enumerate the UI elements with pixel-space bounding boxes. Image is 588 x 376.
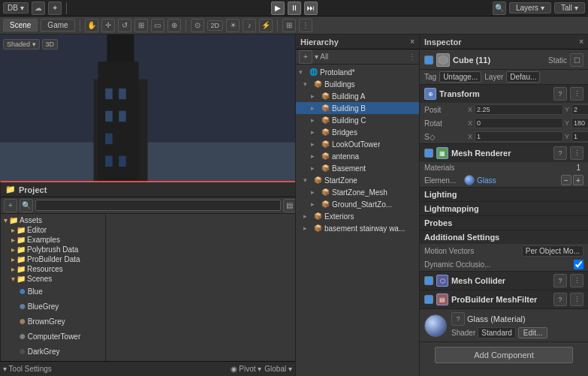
proj-probuilder[interactable]: ▸ 📁 ProBuilder Data bbox=[1, 254, 105, 264]
hand-tool[interactable]: ✋ bbox=[85, 19, 98, 32]
mat-minus-btn[interactable]: − bbox=[561, 175, 571, 185]
proj-computertower[interactable]: ● ComputerTower bbox=[1, 329, 105, 344]
hier-bridges[interactable]: ▸ 📦 Bridges bbox=[296, 126, 419, 138]
tag-value[interactable]: Untagge... bbox=[439, 71, 481, 83]
mat-edit-btn[interactable]: Edit... bbox=[518, 327, 548, 338]
lighting-header[interactable]: Lighting bbox=[420, 188, 588, 201]
pb-meshfilter-checkbox[interactable] bbox=[424, 295, 433, 304]
hier-startzone-mesh[interactable]: ▸ 📦 StartZone_Mesh bbox=[296, 186, 419, 198]
search-icon[interactable]: 🔍 bbox=[493, 2, 506, 15]
hier-protoland[interactable]: ▾ 🌐 Protoland* bbox=[296, 66, 419, 78]
pivot-dropdown[interactable]: ◉ Pivot ▾ bbox=[231, 365, 262, 373]
mesh-collider-checkbox[interactable] bbox=[424, 276, 433, 285]
hier-ground-start[interactable]: ▸ 📦 Ground_StartZo... bbox=[296, 198, 419, 210]
scale-x-input[interactable] bbox=[475, 131, 563, 142]
hier-all-dropdown[interactable]: ▾ All bbox=[315, 53, 328, 61]
view-mode[interactable]: 3D bbox=[42, 39, 59, 50]
play-button[interactable]: ▶ bbox=[271, 2, 285, 15]
shader-dropdown[interactable]: Standard bbox=[478, 327, 516, 338]
mesh-renderer-checkbox[interactable] bbox=[424, 149, 433, 158]
db-dropdown[interactable]: DB ▾ bbox=[3, 2, 29, 14]
cloud-icon[interactable]: ☁ bbox=[32, 2, 45, 15]
pos-x-input[interactable] bbox=[475, 104, 563, 115]
rot-x-input[interactable] bbox=[475, 118, 563, 128]
transform-info[interactable]: ? bbox=[553, 87, 567, 101]
hier-buildingA[interactable]: ▸ 📦 Building A bbox=[296, 90, 419, 102]
obj-active-checkbox[interactable] bbox=[424, 56, 433, 65]
rect-tool[interactable]: ▭ bbox=[151, 19, 164, 32]
mesh-collider-info[interactable]: ? bbox=[553, 274, 567, 287]
hier-lookout[interactable]: ▸ 📦 LookOutTower bbox=[296, 138, 419, 150]
transform-tool[interactable]: ⊕ bbox=[167, 19, 181, 32]
pb-meshfilter-info[interactable]: ? bbox=[553, 293, 567, 306]
mat-info-btn[interactable]: ? bbox=[451, 312, 465, 326]
scale-y-input[interactable] bbox=[571, 131, 588, 142]
rot-y-input[interactable] bbox=[571, 118, 588, 128]
more-icon[interactable]: ⋮ bbox=[299, 19, 312, 32]
hier-startzone[interactable]: ▾ 📦 StartZone bbox=[296, 174, 419, 186]
light-icon[interactable]: ☀ bbox=[226, 19, 240, 32]
hier-buildingC[interactable]: ▸ 📦 Building C bbox=[296, 114, 419, 126]
proj-browngrey[interactable]: ● BrownGrey bbox=[1, 314, 105, 329]
layers-dropdown[interactable]: Layers ▾ bbox=[509, 2, 551, 14]
probes-header[interactable]: Probes bbox=[420, 216, 588, 230]
tall-dropdown[interactable]: Tall ▾ bbox=[554, 2, 585, 14]
transform-menu[interactable]: ⋮ bbox=[570, 87, 583, 101]
static-checkbox[interactable]: ☐ bbox=[570, 53, 583, 67]
layer-value[interactable]: Defau... bbox=[506, 71, 540, 83]
hier-add-btn[interactable]: + bbox=[299, 50, 312, 64]
move-tool[interactable]: ✛ bbox=[101, 19, 115, 32]
mat-glass-name[interactable]: Glass bbox=[477, 176, 559, 185]
scale-tool[interactable]: ⊞ bbox=[134, 19, 148, 32]
hier-basement[interactable]: ▸ 📦 Basement bbox=[296, 162, 419, 174]
proj-darkgrey[interactable]: ● DarkGrey bbox=[1, 344, 105, 359]
proj-search-icon[interactable]: 🔍 bbox=[20, 199, 33, 212]
shading-mode[interactable]: Shaded ▾ bbox=[3, 39, 40, 50]
2d-button[interactable]: 2D bbox=[207, 20, 224, 31]
motion-vectors-val[interactable]: Per Object Mo... bbox=[522, 245, 583, 257]
rotate-tool[interactable]: ↺ bbox=[118, 19, 131, 32]
proj-resources[interactable]: ▸ 📁 Resources bbox=[1, 264, 105, 274]
global-dropdown[interactable]: Global ▾ bbox=[264, 365, 292, 373]
hierarchy-close[interactable]: × bbox=[410, 38, 415, 46]
proj-search-input[interactable] bbox=[35, 200, 281, 211]
step-button[interactable]: ⏭ bbox=[304, 2, 318, 15]
pb-meshfilter-menu[interactable]: ⋮ bbox=[570, 293, 583, 306]
game-tab[interactable]: Game bbox=[41, 19, 74, 32]
scene-viewport[interactable]: Shaded ▾ 3D ◄ Persp 📁 Project ⋮ + 🔍 ▤ 👁 … bbox=[0, 35, 295, 376]
hier-antenna[interactable]: ▸ 📦 antenna bbox=[296, 150, 419, 162]
pos-y-input[interactable] bbox=[571, 104, 588, 115]
dynamic-occlusion-checkbox[interactable] bbox=[574, 260, 583, 269]
proj-add-btn[interactable]: + bbox=[4, 199, 17, 212]
assets-root[interactable]: ▾ 📁 Assets bbox=[1, 215, 105, 225]
add-component-button[interactable]: Add Component bbox=[435, 347, 573, 363]
mesh-renderer-menu[interactable]: ⋮ bbox=[570, 146, 583, 160]
fx-icon[interactable]: ⚡ bbox=[259, 19, 273, 32]
proj-scenes[interactable]: ▾ 📁 Scenes bbox=[1, 274, 105, 284]
proj-blue[interactable]: ● Blue bbox=[1, 284, 105, 299]
proj-filter-icon[interactable]: ▤ bbox=[283, 199, 295, 212]
inspector-close[interactable]: × bbox=[579, 38, 583, 46]
mat-plus-btn[interactable]: + bbox=[573, 175, 583, 185]
proj-examples[interactable]: ▸ 📁 Examples bbox=[1, 235, 105, 245]
scene-tab[interactable]: Scene bbox=[3, 19, 38, 32]
additional-settings-header[interactable]: Additional Settings bbox=[420, 230, 588, 244]
mesh-renderer-info[interactable]: ? bbox=[553, 146, 567, 160]
grid-icon[interactable]: ⊞ bbox=[282, 19, 296, 32]
pause-button[interactable]: ⏸ bbox=[288, 2, 301, 15]
proj-editor[interactable]: ▸ 📁 Editor bbox=[1, 225, 105, 235]
hier-menu[interactable]: ⋮ bbox=[409, 53, 416, 61]
transform-header[interactable]: ⊕ Transform ? ⋮ bbox=[420, 85, 588, 103]
proj-bluegrey[interactable]: ● BlueGrey bbox=[1, 299, 105, 314]
mesh-collider-menu[interactable]: ⋮ bbox=[570, 274, 583, 287]
hier-buildings[interactable]: ▾ 📦 Buildings bbox=[296, 78, 419, 90]
hier-exteriors[interactable]: ▸ 📦 Exteriors bbox=[296, 210, 419, 222]
proj-polybrush[interactable]: ▸ 📁 Polybrush Data bbox=[1, 245, 105, 254]
lightmapping-header[interactable]: Lightmapping bbox=[420, 202, 588, 215]
settings-icon[interactable]: ✦ bbox=[48, 2, 62, 15]
hier-buildingB[interactable]: ▸ 📦 Building B bbox=[296, 102, 419, 114]
hier-basement-stair[interactable]: ▸ 📦 basement stairway wa... bbox=[296, 222, 419, 234]
audio-icon[interactable]: ♪ bbox=[243, 19, 256, 32]
mesh-collider-header[interactable]: ⬡ Mesh Collider ? ⋮ bbox=[420, 272, 588, 290]
mesh-renderer-header[interactable]: ▦ Mesh Renderer ? ⋮ bbox=[420, 144, 588, 162]
